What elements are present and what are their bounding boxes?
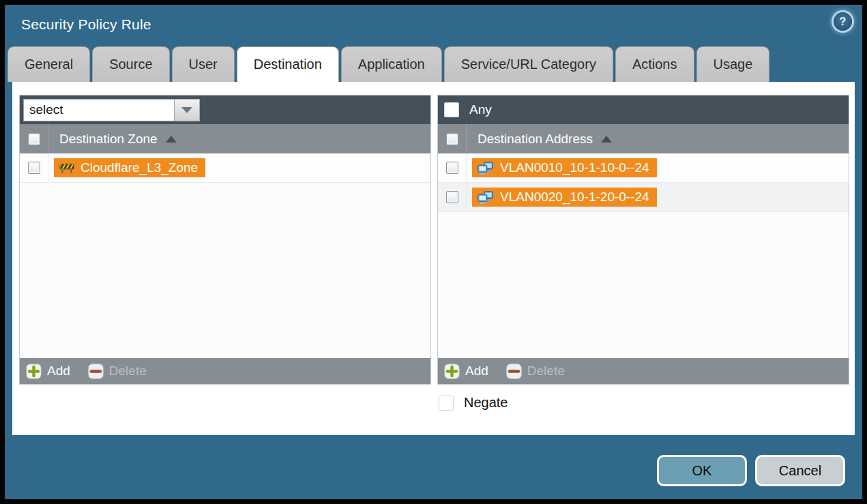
address-chip[interactable]: VLAN0010_10-1-10-0--24 <box>472 158 657 177</box>
tab-source[interactable]: Source <box>92 46 169 82</box>
zone-barrier-icon <box>59 162 74 174</box>
table-row[interactable]: Cloudflare_L3_Zone <box>20 153 430 183</box>
address-network-icon <box>477 162 494 175</box>
delete-icon <box>506 364 522 379</box>
address-select-all-checkbox[interactable] <box>446 133 458 145</box>
security-policy-rule-dialog: Security Policy Rule ? General Source Us… <box>0 0 867 504</box>
zone-select-dropdown-button[interactable] <box>175 99 200 121</box>
tab-general[interactable]: General <box>8 46 90 82</box>
tab-bar: General Source User Destination Applicat… <box>8 46 769 82</box>
address-column-header[interactable]: Destination Address <box>477 132 593 147</box>
zone-footer-toolbar: Add Delete <box>20 358 430 384</box>
address-table-header: Destination Address <box>438 124 849 153</box>
tab-usage[interactable]: Usage <box>696 46 770 82</box>
address-list: VLAN0010_10-1-10-0--24 <box>438 153 849 358</box>
add-button[interactable]: Add <box>26 364 70 379</box>
negate-checkbox[interactable] <box>439 396 454 411</box>
zone-table-header: Destination Zone <box>20 124 430 153</box>
address-footer-toolbar: Add Delete <box>438 358 849 384</box>
table-row[interactable]: VLAN0020_10-1-20-0--24 <box>438 183 849 212</box>
destination-zone-panel: Destination Zone <box>19 95 431 385</box>
ok-button[interactable]: OK <box>657 455 747 486</box>
add-button-label: Add <box>47 364 70 379</box>
add-icon <box>26 364 42 379</box>
address-chip[interactable]: VLAN0020_10-1-20-0--24 <box>472 188 657 207</box>
delete-button[interactable]: Delete <box>88 364 147 379</box>
table-row[interactable]: VLAN0010_10-1-10-0--24 <box>438 153 849 183</box>
page-title: Security Policy Rule <box>21 16 151 33</box>
delete-button[interactable]: Delete <box>506 364 565 379</box>
tab-application[interactable]: Application <box>341 46 442 82</box>
dialog-window: Security Policy Rule ? General Source Us… <box>5 5 862 499</box>
tab-actions[interactable]: Actions <box>615 46 694 82</box>
delete-button-label: Delete <box>527 364 565 379</box>
any-bar: Any <box>438 95 849 124</box>
zone-header-checkbox-cell <box>20 124 48 153</box>
zone-row-checkbox[interactable] <box>28 162 40 174</box>
add-icon <box>444 364 460 379</box>
tab-user[interactable]: User <box>172 46 235 82</box>
delete-icon <box>88 364 104 379</box>
any-label: Any <box>469 102 492 117</box>
address-name: VLAN0020_10-1-20-0--24 <box>500 190 649 205</box>
zone-column-header[interactable]: Destination Zone <box>59 132 158 147</box>
negate-option: Negate <box>439 395 508 411</box>
row-checkbox-cell <box>438 183 467 211</box>
address-network-icon <box>477 191 494 204</box>
sort-ascending-icon[interactable] <box>601 136 612 143</box>
any-checkbox[interactable] <box>444 102 459 117</box>
address-row-checkbox[interactable] <box>446 191 458 203</box>
zone-select-input[interactable] <box>23 99 175 121</box>
zone-select-all-checkbox[interactable] <box>28 133 40 145</box>
negate-label: Negate <box>464 395 508 411</box>
delete-button-label: Delete <box>109 364 147 379</box>
sort-ascending-icon[interactable] <box>166 136 177 143</box>
row-checkbox-cell <box>20 153 48 182</box>
zone-chip[interactable]: Cloudflare_L3_Zone <box>54 158 205 177</box>
tab-content-destination: Destination Zone <box>12 82 855 435</box>
address-header-checkbox-cell <box>438 124 467 153</box>
zone-select-bar <box>20 95 430 124</box>
help-icon[interactable]: ? <box>834 12 852 31</box>
address-name: VLAN0010_10-1-10-0--24 <box>500 160 649 175</box>
tab-service-url-category[interactable]: Service/URL Category <box>444 46 613 82</box>
add-button-label: Add <box>465 364 488 379</box>
zone-list: Cloudflare_L3_Zone <box>20 153 430 358</box>
zone-name: Cloudflare_L3_Zone <box>80 160 198 175</box>
address-row-checkbox[interactable] <box>446 162 458 174</box>
tab-destination[interactable]: Destination <box>237 46 339 82</box>
chevron-down-icon <box>181 107 192 113</box>
row-checkbox-cell <box>438 153 467 182</box>
add-button[interactable]: Add <box>444 364 488 379</box>
cancel-button[interactable]: Cancel <box>755 455 845 486</box>
destination-address-panel: Any Destination Address <box>437 95 849 385</box>
